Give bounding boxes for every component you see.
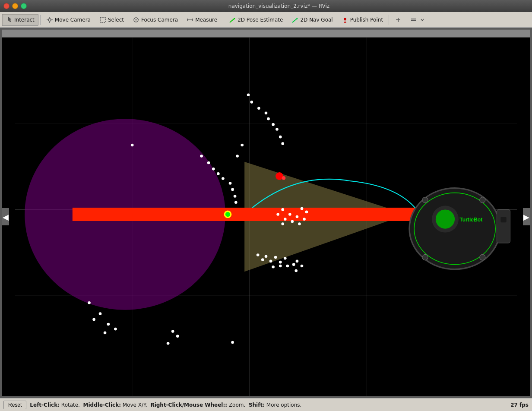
window-title: navigation_visualization_2.rviz* — RViz xyxy=(29,3,529,9)
turtlebot-logo-bg xyxy=(432,206,459,233)
scan-point xyxy=(292,263,295,266)
pose-icon xyxy=(229,16,236,23)
scan-point xyxy=(257,107,260,110)
scan-point xyxy=(234,201,238,204)
nav-icon xyxy=(291,16,298,23)
obstacle-marker xyxy=(276,172,283,180)
scan-point xyxy=(298,222,301,225)
scan-point xyxy=(281,142,284,145)
reset-button[interactable]: Reset xyxy=(3,401,26,409)
sensor-br xyxy=(480,254,485,260)
scan-point xyxy=(114,328,117,331)
scan-point xyxy=(303,218,306,221)
turtlebot-logo xyxy=(436,209,455,228)
2d-nav-label: 2D Nav Goal xyxy=(300,17,332,23)
scan-point xyxy=(265,255,268,258)
scan-point xyxy=(247,93,250,96)
maximize-button[interactable] xyxy=(21,3,27,9)
registered-mark: ® xyxy=(499,214,502,218)
scan-point xyxy=(279,265,282,268)
select-icon xyxy=(99,16,106,23)
plus-icon xyxy=(395,16,402,23)
select-label: Select xyxy=(108,17,124,23)
scan-point xyxy=(265,112,268,115)
publish-point-label: Publish Point xyxy=(350,17,383,23)
svg-line-13 xyxy=(230,18,235,22)
sep-3 xyxy=(389,15,389,25)
move-camera-button[interactable]: Move Camera xyxy=(42,14,95,26)
select-button[interactable]: Select xyxy=(95,14,128,26)
close-button[interactable] xyxy=(3,3,10,9)
focus-camera-button[interactable]: Focus Camera xyxy=(129,14,182,26)
viewport[interactable]: TurtleBot ® xyxy=(2,38,530,396)
scan-point xyxy=(207,161,210,164)
scan-point xyxy=(288,213,291,216)
toolbar-dropdown-button[interactable] xyxy=(406,14,430,26)
scan-point xyxy=(301,207,304,210)
scan-point xyxy=(291,220,294,223)
scan-point xyxy=(261,258,264,261)
scan-point xyxy=(104,332,107,335)
move-camera-icon xyxy=(46,16,53,23)
measure-button[interactable]: Measure xyxy=(183,14,221,26)
viewport-container[interactable]: TurtleBot ® xyxy=(2,29,530,396)
scan-point xyxy=(296,215,299,218)
robot-border xyxy=(409,188,500,269)
publish-point-button[interactable]: Publish Point xyxy=(338,14,387,26)
scan-point xyxy=(231,188,234,191)
scan-point xyxy=(279,136,282,139)
nav-arrow-right[interactable]: ▶ xyxy=(523,208,530,225)
move-camera-label: Move Camera xyxy=(55,17,91,23)
scan-point xyxy=(212,168,215,171)
publish-icon xyxy=(342,16,348,23)
sensor-bl xyxy=(422,254,428,260)
nav-path xyxy=(244,179,416,214)
scan-point xyxy=(281,222,284,225)
robot-green-ring xyxy=(414,193,495,265)
scan-point xyxy=(231,341,234,344)
scan-point xyxy=(234,195,237,198)
minimize-button[interactable] xyxy=(12,3,18,9)
robot-bumper xyxy=(497,209,510,243)
scan-point xyxy=(217,172,220,175)
bumper-detail xyxy=(500,217,506,222)
lidar-zone xyxy=(25,119,225,310)
scan-point xyxy=(241,144,244,147)
scan-point xyxy=(88,301,91,304)
extra-tool-button[interactable] xyxy=(391,14,405,26)
nav-arrow-left[interactable]: ◀ xyxy=(2,208,9,225)
2d-nav-button[interactable]: 2D Nav Goal xyxy=(288,14,336,26)
scan-point xyxy=(272,266,275,269)
scan-point xyxy=(236,155,239,158)
viewport-header xyxy=(2,30,530,38)
2d-pose-button[interactable]: 2D Pose Estimate xyxy=(225,14,287,26)
scan-point xyxy=(296,260,299,263)
robot-center-marker xyxy=(224,211,232,218)
scan-point xyxy=(92,318,95,321)
interact-label: Interact xyxy=(14,17,35,23)
sep-1 xyxy=(40,15,41,25)
toolbar: Interact Move Camera Select xyxy=(0,12,532,28)
main-content: TurtleBot ® xyxy=(0,28,532,398)
scan-point xyxy=(269,260,272,263)
svg-line-15 xyxy=(292,18,298,22)
fov-zone xyxy=(244,162,407,272)
scan-point xyxy=(256,253,260,256)
scan-point xyxy=(176,335,179,338)
scan-point xyxy=(276,128,279,131)
svg-rect-21 xyxy=(411,20,416,21)
scan-point xyxy=(107,323,110,326)
interact-button[interactable]: Interact xyxy=(2,14,38,26)
status-text: Left-Click: Rotate. Middle-Click: Move X… xyxy=(30,402,301,408)
interact-icon xyxy=(6,16,13,23)
scan-point xyxy=(99,312,102,315)
scan-point xyxy=(279,261,282,264)
measure-label: Measure xyxy=(195,17,217,23)
scan-point xyxy=(301,265,304,268)
robot-body xyxy=(409,188,500,269)
scan-point xyxy=(229,182,232,185)
chevron-down-icon xyxy=(419,16,426,23)
scan-point xyxy=(167,342,170,345)
sep-2 xyxy=(223,15,223,25)
scan-point xyxy=(222,177,225,180)
